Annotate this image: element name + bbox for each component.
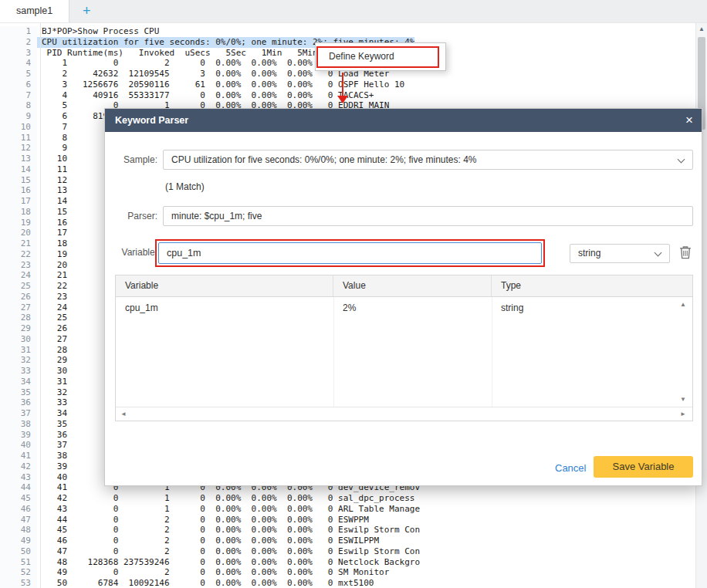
line-number: 21 xyxy=(0,238,37,249)
line-number: 53 xyxy=(0,578,37,588)
line-number: 38 xyxy=(0,419,37,430)
line-text: 36 xyxy=(37,430,67,441)
variable-name-input[interactable] xyxy=(158,242,542,264)
close-icon[interactable]: × xyxy=(685,109,693,131)
line-number: 32 xyxy=(0,355,37,366)
line-number: 10 xyxy=(0,122,37,133)
line-text: 10 xyxy=(37,154,67,164)
column-divider xyxy=(492,297,492,407)
line-number: 24 xyxy=(0,270,37,281)
variable-type-dropdown[interactable]: string xyxy=(570,244,670,263)
line-text: 37 xyxy=(37,440,67,451)
line-text: 33 xyxy=(37,397,67,408)
line-text: 38 xyxy=(37,451,67,461)
line-number: 16 xyxy=(0,185,37,196)
editor-line: 51 48 128368 237539246 0 0.00% 0.00% 0.0… xyxy=(0,557,707,568)
line-number: 50 xyxy=(0,546,37,557)
line-text: 50 6784 10092146 0 0.00% 0.00% 0.00% 0 m… xyxy=(37,578,374,588)
sample-label: Sample: xyxy=(105,150,157,170)
table-horizontal-scrollbar[interactable]: ◄ ► xyxy=(116,407,692,421)
line-text: 21 xyxy=(37,270,67,281)
line-number: 51 xyxy=(0,557,37,568)
table-body: ▲ ▼ cpu_1m 2% string xyxy=(116,297,692,407)
add-tab-button[interactable]: + xyxy=(69,0,103,22)
line-text: 6 819 xyxy=(37,111,108,122)
cell-value: 2% xyxy=(333,297,492,319)
line-number: 9 xyxy=(0,111,37,122)
tab-sample1[interactable]: sample1 xyxy=(0,0,69,22)
cell-type: string xyxy=(492,297,692,319)
line-number: 49 xyxy=(0,536,37,546)
trash-icon xyxy=(678,245,692,260)
line-number: 17 xyxy=(0,196,37,207)
line-number: 33 xyxy=(0,366,37,377)
editor-line: 50 47 0 2 0 0.00% 0.00% 0.00% 0 Eswilp S… xyxy=(0,546,707,557)
line-text: 34 xyxy=(37,408,67,419)
line-number: 44 xyxy=(0,482,37,493)
line-text: 15 xyxy=(37,207,67,218)
line-number: 52 xyxy=(0,567,37,578)
column-header-variable: Variable xyxy=(116,275,333,296)
line-number: 23 xyxy=(0,260,37,271)
table-scroll-left-icon[interactable]: ◄ xyxy=(120,411,127,417)
editor-line: 7 4 40916 55333177 0 0.00% 0.00% 0.00% 0… xyxy=(0,90,707,101)
line-text: 49 0 2 0 0.00% 0.00% 0.00% 0 SM Monitor xyxy=(37,567,389,578)
keyword-parser-dialog: Keyword Parser × Sample: CPU utilization… xyxy=(104,108,702,486)
column-header-type: Type xyxy=(492,275,692,296)
table-scroll-down-icon[interactable]: ▼ xyxy=(680,396,686,403)
line-number: 7 xyxy=(0,90,37,101)
editor-line: 46 43 0 1 0 0.00% 0.00% 0.00% 0 ARL Tabl… xyxy=(0,504,707,515)
delete-variable-button[interactable] xyxy=(678,245,694,262)
match-count: (1 Match) xyxy=(165,181,205,192)
editor-line: 48 45 0 2 0 0.00% 0.00% 0.00% 0 Eswilp S… xyxy=(0,525,707,536)
context-menu: Define Keyword xyxy=(315,42,446,71)
editor-line: 49 46 0 2 0 0.00% 0.00% 0.00% 0 ESWILPPM xyxy=(0,536,707,546)
line-number: 41 xyxy=(0,451,37,461)
menu-item-define-keyword[interactable]: Define Keyword xyxy=(316,43,445,70)
line-text: 29 xyxy=(37,355,67,366)
scroll-up-icon[interactable]: ▲ xyxy=(696,25,707,32)
line-text: 1 0 2 0 0.00% 0.00% 0.00% 0 xyxy=(37,58,333,69)
line-number: 29 xyxy=(0,323,37,334)
line-number: 42 xyxy=(0,461,37,472)
line-number: 35 xyxy=(0,387,37,398)
line-number: 11 xyxy=(0,133,37,144)
variable-label: Variable: xyxy=(105,242,157,262)
line-number: 2 xyxy=(0,37,37,48)
line-number: 19 xyxy=(0,218,37,228)
line-number: 5 xyxy=(0,69,37,79)
line-text: 8 xyxy=(37,133,67,144)
line-text: 27 xyxy=(37,334,67,345)
line-text: 26 xyxy=(37,323,67,334)
line-text: 4 40916 55333177 0 0.00% 0.00% 0.00% 0 T… xyxy=(37,90,374,101)
line-number: 39 xyxy=(0,430,37,441)
table-scroll-up-icon[interactable]: ▲ xyxy=(680,301,686,308)
line-text: 30 xyxy=(37,366,67,377)
line-text: 40 xyxy=(37,472,67,483)
line-number: 28 xyxy=(0,313,37,323)
line-text: 46 0 2 0 0.00% 0.00% 0.00% 0 ESWILPPM xyxy=(37,536,379,546)
cancel-button[interactable]: Cancel xyxy=(555,458,590,478)
column-divider xyxy=(333,297,334,407)
tab-label: sample1 xyxy=(16,5,52,16)
table-header: Variable Value Type xyxy=(116,275,692,297)
line-number: 18 xyxy=(0,207,37,218)
line-number: 46 xyxy=(0,504,37,515)
line-number: 15 xyxy=(0,175,37,186)
variables-table: Variable Value Type ▲ ▼ cpu_1m 2% string… xyxy=(115,275,693,421)
line-text: 48 128368 237539246 0 0.00% 0.00% 0.00% … xyxy=(37,557,420,568)
save-variable-button[interactable]: Save Variable xyxy=(594,456,693,478)
line-number: 31 xyxy=(0,345,37,356)
sample-dropdown[interactable]: CPU utilization for five seconds: 0%/0%;… xyxy=(163,150,693,170)
line-number: 27 xyxy=(0,302,37,313)
line-text: BJ*POP>Show Process CPU xyxy=(37,26,159,37)
table-scroll-right-icon[interactable]: ► xyxy=(680,411,686,417)
column-header-value: Value xyxy=(333,275,492,296)
parser-input[interactable] xyxy=(163,206,693,226)
editor-line: 52 49 0 2 0 0.00% 0.00% 0.00% 0 SM Monit… xyxy=(0,567,707,578)
table-row[interactable]: cpu_1m 2% string xyxy=(116,297,692,319)
line-text: 43 0 1 0 0.00% 0.00% 0.00% 0 ARL Table M… xyxy=(37,504,420,515)
line-number: 12 xyxy=(0,143,37,154)
sample-value: CPU utilization for five seconds: 0%/0%;… xyxy=(171,150,674,169)
line-text: 44 0 2 0 0.00% 0.00% 0.00% 0 ESWPPM xyxy=(37,515,369,525)
